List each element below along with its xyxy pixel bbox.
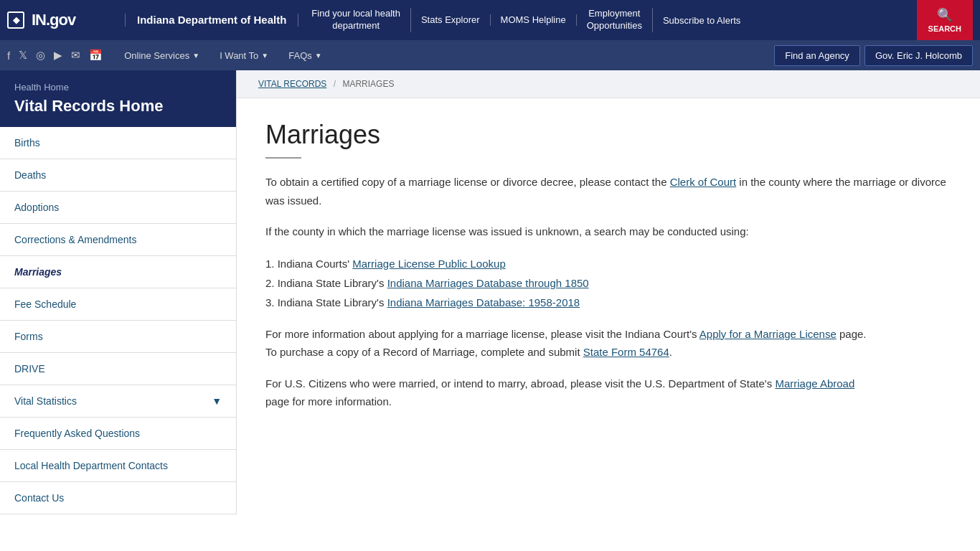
marriage-abroad-link[interactable]: Marriage Abroad (775, 377, 854, 390)
sidebar-header: Health Home Vital Records Home (0, 70, 236, 127)
sidebar-drive-label: DRIVE (14, 363, 45, 375)
social-icons-group: f 𝕏 ◎ ▶ ✉ 📅 (7, 49, 103, 62)
chevron-down-icon: ▼ (261, 52, 268, 60)
paragraph-3: For more information about applying for … (265, 325, 951, 362)
main-content-area: Marriages To obtain a certified copy of … (237, 98, 980, 514)
breadcrumb-separator: / (334, 79, 336, 89)
secondary-nav-links: Online Services ▼ I Want To ▼ FAQs ▼ (114, 40, 774, 70)
sidebar-fee-schedule-label: Fee Schedule (14, 298, 76, 310)
para3-before: For more information about applying for … (265, 328, 699, 340)
sidebar-item-faq[interactable]: Frequently Asked Questions (0, 418, 236, 450)
chevron-down-icon: ▼ (192, 52, 199, 60)
search-options-list: 1. Indiana Courts' Marriage License Publ… (265, 254, 951, 312)
list-item-2-prefix: 2. Indiana State Library's (265, 277, 387, 289)
sidebar-item-deaths[interactable]: Deaths (0, 159, 236, 192)
para1-text-before: To obtain a certified copy of a marriage… (265, 176, 670, 188)
chevron-down-icon: ▼ (315, 52, 322, 60)
nav-link-subscribe[interactable]: Subscribe to Alerts (653, 15, 750, 26)
paragraph-2: If the county in which the marriage lice… (265, 222, 951, 241)
marriage-license-lookup-link[interactable]: Marriage License Public Lookup (352, 258, 505, 270)
list-item-1-prefix: 1. Indiana Courts' (265, 258, 352, 270)
find-agency-button[interactable]: Find an Agency (774, 45, 860, 66)
sidebar-births-label: Births (14, 137, 40, 149)
sidebar-item-forms[interactable]: Forms (0, 321, 236, 353)
top-navigation-bar: ◆ IN.gov Indiana Department of Health Fi… (0, 0, 980, 40)
secondary-navigation-bar: f 𝕏 ◎ ▶ ✉ 📅 Online Services ▼ I Want To … (0, 40, 980, 70)
sidebar-title[interactable]: Vital Records Home (14, 97, 222, 116)
para4-after: page for more information. (265, 395, 392, 408)
para3-after: . (669, 346, 672, 358)
sidebar-item-fee-schedule[interactable]: Fee Schedule (0, 288, 236, 321)
facebook-icon[interactable]: f (7, 50, 10, 62)
sidebar-navigation: Births Deaths Adoptions Corrections & Am… (0, 127, 236, 514)
email-icon[interactable]: ✉ (71, 49, 80, 62)
nav-link-local-health[interactable]: Find your local healthdepartment (301, 8, 411, 32)
faqs-label: FAQs (288, 50, 312, 61)
logo-text[interactable]: IN.gov (32, 11, 75, 29)
i-want-to-label: I Want To (220, 50, 258, 61)
indiana-marriages-1958-2018-link[interactable]: Indiana Marriages Database: 1958-2018 (387, 296, 580, 309)
content-wrapper: VITAL RECORDS / MARRIAGES Marriages To o… (237, 70, 980, 514)
main-layout: Health Home Vital Records Home Births De… (0, 70, 980, 514)
state-logo-icon: ◆ (7, 11, 24, 29)
list-item-3: 3. Indiana State Library's Indiana Marri… (265, 293, 951, 312)
search-icon: 🔍 (937, 7, 953, 23)
chevron-down-icon: ▼ (212, 395, 222, 407)
indiana-marriages-1850-link[interactable]: Indiana Marriages Database through 1850 (387, 277, 589, 289)
sidebar-item-marriages[interactable]: Marriages (0, 256, 236, 288)
sidebar-health-home-label[interactable]: Health Home (14, 82, 222, 93)
calendar-icon[interactable]: 📅 (89, 49, 103, 62)
sidebar-contact-us-label: Contact Us (14, 492, 64, 504)
breadcrumb-current: MARRIAGES (342, 79, 394, 89)
search-label: SEARCH (928, 24, 961, 33)
sidebar-deaths-label: Deaths (14, 169, 46, 181)
sidebar-item-contact-us[interactable]: Contact Us (0, 482, 236, 514)
sidebar-vital-statistics-label: Vital Statistics (14, 395, 77, 407)
sidebar-item-vital-statistics[interactable]: Vital Statistics ▼ (0, 385, 236, 418)
right-buttons-group: Find an Agency Gov. Eric J. Holcomb (774, 45, 973, 66)
breadcrumb-vital-records-link[interactable]: VITAL RECORDS (258, 79, 326, 89)
paragraph-4: For U.S. Citizens who were married, or i… (265, 375, 951, 411)
sidebar-local-health-label: Local Health Department Contacts (14, 460, 168, 471)
nav-link-employment[interactable]: EmploymentOpportunities (577, 8, 653, 32)
top-nav-links: Find your local healthdepartment Stats E… (301, 8, 916, 32)
logo-area: ◆ IN.gov (7, 11, 122, 29)
twitter-icon[interactable]: 𝕏 (19, 49, 27, 62)
apply-marriage-license-link[interactable]: Apply for a Marriage License (699, 328, 837, 340)
clerk-of-court-link[interactable]: Clerk of Court (670, 176, 737, 188)
list-item-1: 1. Indiana Courts' Marriage License Publ… (265, 254, 951, 273)
sidebar-adoptions-label: Adoptions (14, 202, 59, 213)
list-item-2: 2. Indiana State Library's Indiana Marri… (265, 273, 951, 293)
sidebar-item-local-health-contacts[interactable]: Local Health Department Contacts (0, 450, 236, 482)
breadcrumb: VITAL RECORDS / MARRIAGES (237, 70, 980, 98)
list-item-3-prefix: 3. Indiana State Library's (265, 296, 387, 309)
nav-i-want-to[interactable]: I Want To ▼ (209, 40, 278, 70)
sidebar-item-corrections[interactable]: Corrections & Amendments (0, 224, 236, 256)
page-title: Marriages (265, 120, 951, 150)
youtube-icon[interactable]: ▶ (54, 49, 62, 62)
state-form-54764-link[interactable]: State Form 54764 (583, 346, 669, 358)
sidebar-item-drive[interactable]: DRIVE (0, 353, 236, 385)
sidebar: Health Home Vital Records Home Births De… (0, 70, 237, 514)
nav-link-stats-explorer[interactable]: Stats Explorer (411, 14, 491, 27)
instagram-icon[interactable]: ◎ (36, 49, 45, 62)
online-services-label: Online Services (124, 50, 189, 61)
search-button[interactable]: 🔍 SEARCH (917, 0, 973, 40)
paragraph-1: To obtain a certified copy of a marriage… (265, 173, 951, 209)
sidebar-item-births[interactable]: Births (0, 127, 236, 159)
sidebar-forms-label: Forms (14, 331, 43, 342)
nav-link-moms-helpline[interactable]: MOMS Helpline (491, 14, 577, 27)
nav-faqs[interactable]: FAQs ▼ (278, 40, 331, 70)
nav-online-services[interactable]: Online Services ▼ (114, 40, 209, 70)
sidebar-corrections-label: Corrections & Amendments (14, 234, 136, 245)
gov-button[interactable]: Gov. Eric J. Holcomb (864, 45, 973, 66)
title-divider (265, 157, 301, 159)
department-name: Indiana Department of Health (125, 14, 298, 27)
sidebar-marriages-label: Marriages (14, 266, 62, 278)
sidebar-faq-label: Frequently Asked Questions (14, 428, 140, 439)
para4-before: For U.S. Citizens who were married, or i… (265, 377, 775, 390)
sidebar-item-adoptions[interactable]: Adoptions (0, 192, 236, 224)
